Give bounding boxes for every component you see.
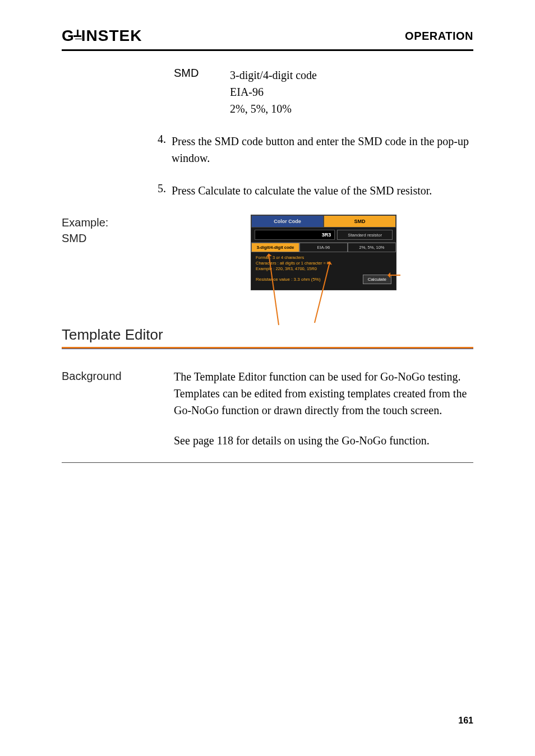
brand-logo: GINSTEK xyxy=(62,27,142,45)
format-info: Format : 3 or 4 characters Characters : … xyxy=(251,252,396,273)
smd-definition: SMD 3-digit/4-digit code EIA-96 2%, 5%, … xyxy=(174,67,473,117)
step-text: Press Calculate to calculate the value o… xyxy=(172,182,473,199)
info-line-2: Characters : all digits or 1 character =… xyxy=(256,261,391,266)
smd-value-1: 3-digit/4-digit code xyxy=(230,67,317,84)
smd-code-input[interactable]: 3R3 xyxy=(255,230,335,240)
option-tolerance[interactable]: 2%, 5%, 10% xyxy=(348,243,396,252)
option-eia-96[interactable]: EIA-96 xyxy=(299,243,348,252)
info-line-3: Example : 220, 3R3, 4700, 15R0 xyxy=(256,266,391,272)
example-label: Example: SMD xyxy=(62,215,174,290)
step-text: Press the SMD code button and enter the … xyxy=(172,133,473,166)
smd-values: 3-digit/4-digit code EIA-96 2%, 5%, 10% xyxy=(230,67,317,117)
ground-icon xyxy=(72,30,82,42)
smd-label: SMD xyxy=(174,67,230,117)
option-3-4-digit[interactable]: 3-digit/4-digit code xyxy=(251,243,299,252)
background-para-1: The Template Editor function can be used… xyxy=(174,368,473,419)
step-5: 5. Press Calculate to calculate the valu… xyxy=(151,182,473,199)
section-heading: OPERATION xyxy=(405,30,473,43)
step-number: 5. xyxy=(151,182,172,199)
background-text: The Template Editor function can be used… xyxy=(174,368,473,449)
background-block: Background The Template Editor function … xyxy=(62,368,473,449)
background-para-2: See page 118 for details on using the Go… xyxy=(174,432,473,449)
smd-value-2: EIA-96 xyxy=(230,84,317,100)
tab-smd[interactable]: SMD xyxy=(324,215,396,228)
tab-color-code[interactable]: Color Code xyxy=(251,215,324,228)
annotation-arrow xyxy=(389,275,400,276)
page-number: 161 xyxy=(458,716,473,726)
resistance-result: Resistance value : 3.3 ohm (5%) xyxy=(256,277,321,282)
step-4: 4. Press the SMD code button and enter t… xyxy=(151,133,473,166)
info-line-1: Format : 3 or 4 characters xyxy=(256,255,391,261)
smd-value-3: 2%, 5%, 10% xyxy=(230,100,317,117)
section-rule xyxy=(62,347,473,349)
page-header: GINSTEK OPERATION xyxy=(62,27,473,51)
divider xyxy=(62,462,473,463)
step-number: 4. xyxy=(151,133,172,166)
example-label-2: SMD xyxy=(62,230,174,246)
smd-code-value: 3R3 xyxy=(322,232,331,238)
resistor-type-button[interactable]: Standard resistor xyxy=(337,230,393,240)
section-title-template-editor: Template Editor xyxy=(62,326,473,344)
background-label: Background xyxy=(62,368,174,449)
example-label-1: Example: xyxy=(62,215,174,230)
